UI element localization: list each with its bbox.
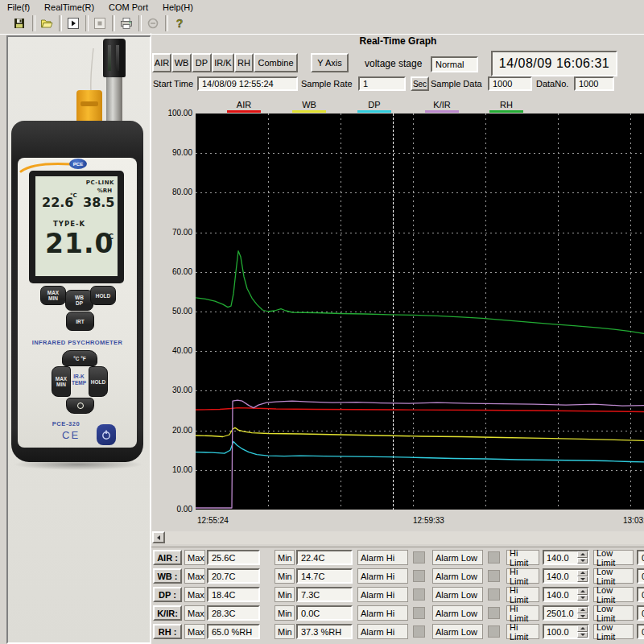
hi-limit-spinner[interactable]: 2501.0 (543, 605, 589, 621)
channel-button[interactable]: K/IR: (153, 605, 182, 621)
panel-title: Real-Time Graph (151, 35, 644, 47)
hi-limit-spinner[interactable]: 100.0 (543, 624, 589, 639)
hi-limit-spinner[interactable]: 140.0 (543, 568, 589, 584)
x-tick-label: 12:55:24 (197, 516, 229, 525)
channel-toggle-irk[interactable]: IR/K (212, 53, 234, 72)
alarm-hi-lamp (413, 588, 425, 601)
series-line-air (196, 408, 644, 412)
min-value: 22.4C (296, 550, 353, 565)
hi-limit-spinner[interactable]: 140.0 (543, 587, 589, 602)
spin-up-icon[interactable] (577, 625, 588, 632)
lcd-probe-type: TYPE-K (53, 220, 85, 228)
channel-toggle-rh[interactable]: RH (234, 53, 254, 72)
spin-down-icon[interactable] (577, 632, 588, 638)
table-row: AIR : Max 25.6C Min 22.4C Alarm Hi Alarm… (151, 550, 644, 566)
save-icon (13, 17, 26, 30)
thermocouple-plug (76, 90, 102, 124)
spin-down-icon[interactable] (577, 595, 588, 601)
min-label: Min (275, 605, 295, 621)
device-key-hold-2: HOLD (89, 366, 108, 397)
menu-item-helph[interactable]: Help(H) (155, 2, 200, 13)
alarm-low-label: Alarm Low (432, 624, 483, 639)
hi-limit-spinner[interactable]: 140.0 (543, 550, 589, 565)
low-limit-value: 0.0 (637, 587, 644, 602)
voltage-stage-value: Normal (431, 56, 478, 72)
stop-realtime-button[interactable] (89, 14, 110, 32)
alarm-hi-label: Alarm Hi (357, 568, 408, 584)
start-time-field: 14/08/09 12:55:24 (197, 76, 298, 91)
spin-up-icon[interactable] (577, 588, 588, 595)
channel-toggle-combine[interactable]: Combine (254, 53, 298, 72)
spin-up-icon[interactable] (577, 607, 588, 613)
open-folder-icon (40, 17, 53, 30)
channel-button[interactable]: DP : (153, 587, 182, 602)
spinner-arrows (577, 588, 588, 601)
alarm-hi-lamp (413, 551, 425, 564)
legend-color-bar (489, 110, 523, 113)
spin-up-icon[interactable] (577, 570, 588, 576)
channel-toggle-air[interactable]: AIR (152, 53, 171, 72)
lcd-humidity-unit: %RH (97, 188, 112, 194)
chart-plot[interactable] (196, 114, 644, 510)
help-button[interactable]: ? (168, 14, 190, 32)
low-limit-value: 0.0 (637, 605, 644, 621)
save-button[interactable] (8, 14, 30, 32)
hi-limit-label: Hi Limit (506, 568, 539, 584)
menu-item-filef[interactable]: File(f) (0, 2, 37, 13)
bulb-icon (77, 402, 84, 409)
low-limit-label: Low Limit (593, 587, 634, 602)
channel-button[interactable]: WB : (153, 568, 182, 584)
spin-down-icon[interactable] (577, 613, 588, 620)
min-value: 37.3 %RH (296, 624, 353, 639)
spin-down-icon[interactable] (577, 558, 588, 564)
min-label: Min (275, 624, 295, 639)
spin-down-icon[interactable] (577, 576, 588, 583)
chart-legend: AIRWBDPK/IRRH (151, 100, 644, 114)
lcd-main-unit: °C (105, 233, 114, 241)
y-axis-button[interactable]: Y Axis (311, 53, 349, 72)
min-label: Min (275, 568, 295, 584)
y-tick-label: 80.00 (151, 188, 192, 196)
sample-rate-field[interactable]: 1 (358, 76, 406, 91)
hi-limit-label: Hi Limit (506, 550, 539, 565)
sample-rate-label: Sample Rate (301, 79, 353, 89)
chart-canvas (196, 114, 644, 510)
device-brand-text: INFRARED PSYCHROMETER (18, 339, 137, 346)
device-key-wb-dp: WB DP (65, 290, 93, 311)
legend-label: DP (368, 100, 380, 109)
alarm-low-label: Alarm Low (432, 605, 483, 621)
device-key-backlight (66, 398, 94, 414)
channel-toggle-wb[interactable]: WB (171, 53, 192, 72)
table-row: DP : Max 18.4C Min 7.3C Alarm Hi Alarm L… (151, 587, 644, 603)
menu-item-realtimer[interactable]: RealTime(R) (37, 2, 101, 13)
series-line-kir (196, 400, 644, 508)
thermocouple-wire (80, 47, 100, 93)
print-button[interactable] (115, 14, 137, 32)
device-shadow (13, 459, 143, 470)
lcd-screen: PC-LINK %RH 22.6 °C 38.5 TYPE-K 21.0 °C (35, 176, 118, 276)
channel-toggle-dp[interactable]: DP (192, 53, 212, 72)
record-stop-button[interactable] (142, 14, 163, 32)
series-line-dp (196, 441, 644, 462)
spinner-arrows (577, 570, 588, 582)
sample-data-field[interactable]: 1000 (488, 76, 532, 91)
open-button[interactable] (35, 14, 57, 32)
hi-limit-value: 140.0 (544, 570, 577, 582)
sec-button[interactable]: Sec (411, 76, 429, 91)
channel-button[interactable]: AIR : (153, 550, 182, 565)
sample-data-label: Sample Data (431, 79, 482, 89)
horizontal-scrollbar[interactable] (151, 531, 644, 544)
menu-item-comport[interactable]: COM Port (101, 2, 155, 13)
y-tick-label: 30.00 (151, 386, 192, 394)
max-label: Max (184, 624, 205, 639)
power-icon (101, 429, 112, 440)
min-value: 7.3C (296, 587, 353, 602)
y-tick-label: 50.00 (151, 307, 192, 316)
scroll-left-button[interactable] (152, 531, 165, 543)
start-realtime-button[interactable] (62, 14, 84, 32)
y-tick-label: 20.00 (151, 426, 192, 435)
channel-button[interactable]: RH : (153, 624, 182, 639)
alarm-hi-lamp (413, 625, 425, 638)
device-face: PCE PC-LINK %RH 22.6 °C 38.5 TYPE-K 21.0… (18, 158, 137, 448)
spin-up-icon[interactable] (577, 551, 588, 558)
